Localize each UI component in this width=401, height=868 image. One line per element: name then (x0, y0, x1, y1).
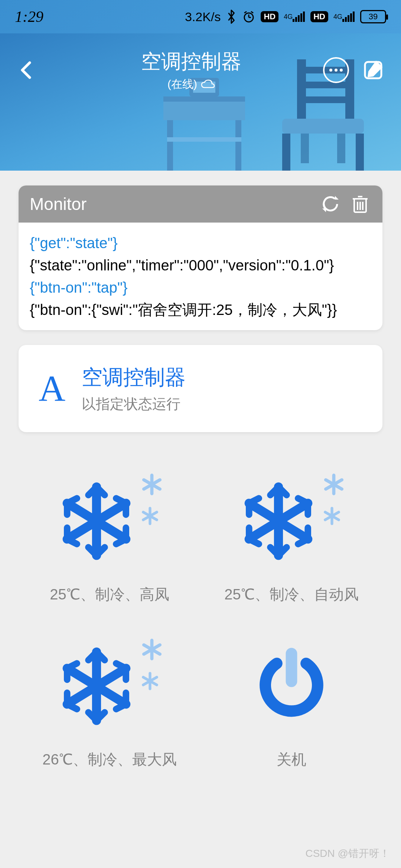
preset-label: 25℃、制冷、高凤 (26, 584, 193, 605)
svg-rect-30 (301, 134, 309, 163)
status-bar: 1:29 3.2K/s HD 4G HD 4G 39 (0, 0, 401, 33)
svg-line-3 (244, 11, 247, 13)
bluetooth-icon (226, 9, 237, 24)
alarm-icon (242, 10, 255, 23)
log-line: {"btn-on":{"swi":"宿舍空调开:25，制冷，大风"}} (30, 299, 371, 321)
preset-button-4[interactable]: 关机 (208, 634, 375, 770)
svg-rect-27 (282, 119, 364, 134)
preset-button-2[interactable]: 25℃、制冷、自动风 (208, 469, 375, 605)
svg-rect-15 (163, 96, 245, 102)
device-subtitle: 以指定状态运行 (82, 395, 368, 414)
refresh-button[interactable] (319, 193, 342, 215)
signal-icon-2: 4G (333, 11, 355, 22)
snowflake-icon (208, 469, 375, 573)
preset-grid: 25℃、制冷、高凤 25℃、制冷、自动风 26℃、制冷、最大风 (19, 447, 382, 770)
more-button[interactable] (323, 57, 349, 83)
delete-button[interactable] (349, 193, 371, 215)
svg-point-32 (329, 69, 332, 72)
svg-rect-11 (345, 17, 347, 22)
svg-rect-9 (303, 11, 305, 22)
status-right: 3.2K/s HD 4G HD 4G 39 (185, 9, 386, 24)
online-status-text: (在线) (167, 77, 197, 92)
cloud-icon (200, 79, 215, 90)
preset-button-3[interactable]: 26℃、制冷、最大风 (26, 634, 193, 770)
preset-button-1[interactable]: 25℃、制冷、高凤 (26, 469, 193, 605)
svg-rect-31 (337, 134, 345, 163)
page-subtitle: (在线) (15, 77, 368, 92)
edit-button[interactable] (360, 57, 386, 83)
svg-rect-21 (167, 137, 241, 142)
preset-label: 26℃、制冷、最大风 (26, 749, 193, 770)
svg-rect-26 (297, 96, 354, 103)
preset-label: 25℃、制冷、自动风 (208, 584, 375, 605)
device-title: 空调控制器 (82, 364, 368, 392)
svg-rect-14 (353, 11, 355, 22)
page-title: 空调控制器 (15, 48, 368, 75)
snowflake-icon (26, 469, 193, 573)
monitor-title: Monitor (30, 194, 312, 214)
monitor-card: Monitor {"get":"state"} {"state":"online… (19, 185, 382, 330)
svg-rect-29 (356, 134, 364, 171)
svg-rect-18 (235, 120, 241, 171)
monitor-log: {"get":"state"} {"state":"online","timer… (19, 223, 382, 330)
preset-label: 关机 (208, 749, 375, 770)
svg-rect-7 (298, 15, 300, 22)
battery-icon: 39 (360, 10, 386, 23)
svg-point-33 (335, 69, 338, 72)
snowflake-icon (26, 634, 193, 738)
svg-rect-16 (163, 102, 245, 120)
watermark: CSDN @错开呀！ (305, 846, 390, 861)
header: 空调控制器 (在线) (0, 33, 401, 171)
svg-rect-28 (282, 134, 290, 171)
device-card[interactable]: A 空调控制器 以指定状态运行 (19, 345, 382, 432)
svg-line-4 (251, 11, 253, 13)
network-speed: 3.2K/s (185, 10, 221, 24)
svg-rect-10 (342, 19, 344, 22)
svg-rect-13 (350, 13, 352, 22)
svg-rect-6 (295, 17, 297, 22)
log-line: {"get":"state"} (30, 232, 371, 254)
svg-rect-12 (348, 15, 349, 22)
svg-rect-17 (167, 120, 173, 171)
svg-rect-5 (293, 19, 294, 22)
power-icon (208, 634, 375, 738)
svg-rect-8 (300, 13, 302, 22)
signal-icon-1: 4G (284, 11, 305, 22)
battery-level: 39 (369, 12, 378, 22)
hd-badge-2: HD (310, 11, 328, 22)
svg-point-34 (340, 69, 343, 72)
log-line: {"state":"online","timer":"000","version… (30, 254, 371, 276)
header-title-block: 空调控制器 (在线) (15, 48, 368, 92)
monitor-header: Monitor (19, 185, 382, 223)
app-logo-icon: A (33, 370, 71, 407)
content-area: Monitor {"get":"state"} {"state":"online… (0, 171, 401, 785)
status-time: 1:29 (15, 8, 43, 26)
device-info: 空调控制器 以指定状态运行 (82, 364, 368, 414)
log-line: {"btn-on":"tap"} (30, 276, 371, 299)
hd-badge-1: HD (261, 11, 278, 22)
